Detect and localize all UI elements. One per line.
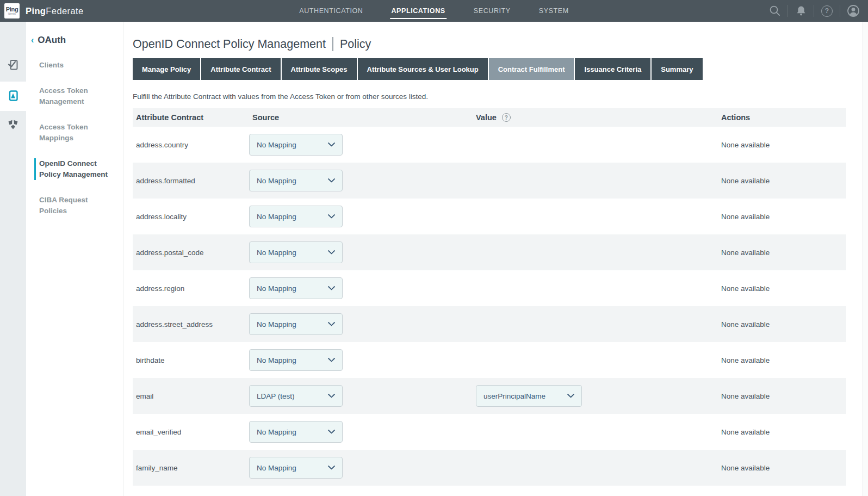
nav-applications[interactable]: APPLICATIONS [391, 0, 445, 22]
tab-attribute-contract[interactable]: Attribute Contract [201, 58, 280, 80]
source-dropdown-value: No Mapping [257, 284, 296, 293]
attribute-name: address.region [133, 284, 249, 293]
tab-manage-policy[interactable]: Manage Policy [133, 58, 200, 80]
page-title: OpenID Connect Policy Management [133, 38, 326, 51]
back-chevron-icon: ‹ [31, 36, 34, 45]
page-description: Fulfill the Attribute Contract with valu… [133, 92, 863, 101]
chevron-down-icon [328, 250, 335, 255]
table-row: emailLDAP (test)userPrincipalNameNone av… [133, 378, 846, 414]
sidebar: ‹ OAuth ClientsAccess Token ManagementAc… [26, 22, 123, 496]
source-dropdown[interactable]: No Mapping [249, 170, 343, 191]
tab-summary[interactable]: Summary [652, 58, 702, 80]
actions-text: None available [721, 356, 846, 364]
page-subtitle: Policy [340, 38, 371, 51]
title-separator [332, 37, 333, 51]
attribute-name: address.locality [133, 213, 249, 221]
ping-logo[interactable]: Ping Identity [4, 3, 20, 18]
search-icon[interactable] [762, 4, 788, 17]
table-row: birthdateNo MappingNone available [133, 342, 846, 378]
table-row: address.postal_codeNo MappingNone availa… [133, 234, 846, 270]
chevron-down-icon [328, 466, 335, 470]
bell-icon-glyph [795, 5, 807, 17]
source-dropdown[interactable]: No Mapping [249, 241, 343, 263]
chevron-down-icon [328, 430, 335, 434]
actions-text: None available [721, 213, 846, 221]
source-dropdown[interactable]: No Mapping [249, 134, 343, 156]
header-icons: ? [762, 0, 866, 22]
value-help-icon[interactable]: ? [502, 113, 511, 122]
sidebar-item-ciba-request-policies[interactable]: CIBA Request Policies [34, 195, 116, 216]
help-icon-glyph: ? [821, 5, 833, 17]
table-body: address.countryNo MappingNone availablea… [133, 127, 846, 486]
source-dropdown[interactable]: LDAP (test) [249, 385, 343, 407]
source-dropdown-value: No Mapping [257, 464, 296, 472]
header-actions: Actions [721, 113, 846, 122]
source-dropdown[interactable]: No Mapping [249, 349, 343, 371]
nav-system[interactable]: SYSTEM [539, 0, 569, 22]
source-dropdown-value: No Mapping [257, 320, 296, 328]
source-dropdown-value: No Mapping [257, 249, 296, 257]
attribute-name: email_verified [133, 428, 249, 436]
oauth-token-icon[interactable] [7, 89, 20, 102]
attribute-name: birthdate [133, 356, 249, 364]
actions-text: None available [721, 464, 846, 472]
source-dropdown-value: No Mapping [257, 428, 296, 436]
sidebar-item-clients[interactable]: Clients [34, 60, 116, 71]
chevron-down-icon [567, 394, 574, 398]
table-row: address.localityNo MappingNone available [133, 199, 846, 234]
actions-text: None available [721, 141, 846, 149]
table-row: address.regionNo MappingNone available [133, 270, 846, 306]
chevron-down-icon [328, 322, 335, 326]
source-dropdown[interactable]: No Mapping [249, 313, 343, 335]
product-name: PingFederate [26, 6, 84, 16]
sidebar-item-access-token-mappings[interactable]: Access Token Mappings [34, 122, 116, 144]
source-dropdown[interactable]: No Mapping [249, 206, 343, 227]
actions-text: None available [721, 392, 846, 400]
ping-logo-subtext: Identity [8, 13, 16, 16]
help-icon[interactable]: ? [814, 5, 840, 17]
attribute-name: address.country [133, 141, 249, 149]
ping-logo-text: Ping [6, 7, 18, 13]
table-row: address.formattedNo MappingNone availabl… [133, 163, 846, 199]
nav-security[interactable]: SECURITY [474, 0, 511, 22]
notifications-bell-icon[interactable] [788, 5, 814, 17]
tab-issuance-criteria[interactable]: Issuance Criteria [575, 58, 650, 80]
source-dropdown-value: No Mapping [257, 141, 296, 149]
product-name-suffix: Federate [46, 6, 83, 16]
account-avatar-icon[interactable] [840, 4, 866, 17]
tab-attribute-sources-user-lookup[interactable]: Attribute Sources & User Lookup [358, 58, 488, 80]
header-value-label: Value [476, 113, 497, 122]
source-dropdown-value: No Mapping [257, 213, 296, 221]
sidebar-item-openid-connect-policy-management[interactable]: OpenID Connect Policy Management [34, 158, 116, 180]
actions-text: None available [721, 177, 846, 185]
source-dropdown[interactable]: No Mapping [249, 277, 343, 299]
chevron-down-icon [328, 286, 335, 290]
sidebar-item-access-token-management[interactable]: Access Token Management [34, 85, 116, 107]
sp-connections-icon[interactable] [7, 118, 20, 131]
fulfillment-table: Attribute Contract Source Value ? Action… [133, 108, 846, 486]
source-dropdown[interactable]: No Mapping [249, 421, 343, 443]
tab-attribute-scopes[interactable]: Attribute Scopes [282, 58, 357, 80]
nav-authentication[interactable]: AUTHENTICATION [299, 0, 363, 22]
avatar-icon-glyph [847, 4, 860, 17]
sidebar-section-title: OAuth [38, 35, 66, 46]
approved-app-icon[interactable] [7, 58, 20, 71]
actions-text: None available [721, 320, 846, 328]
attribute-name: address.postal_code [133, 249, 249, 257]
sidebar-back-oauth[interactable]: ‹ OAuth [31, 35, 123, 46]
chevron-down-icon [328, 178, 335, 183]
vertical-scrollbar[interactable] [863, 22, 868, 496]
page-title-row: OpenID Connect Policy Management Policy [133, 37, 863, 51]
tab-contract-fulfillment[interactable]: Contract Fulfillment [489, 58, 574, 80]
chevron-down-icon [328, 358, 335, 362]
table-row: address.countryNo MappingNone available [133, 127, 846, 163]
attribute-name: email [133, 392, 249, 400]
header-value: Value ? [476, 113, 721, 122]
actions-text: None available [721, 284, 846, 293]
attribute-name: address.formatted [133, 177, 249, 185]
chevron-down-icon [328, 394, 335, 398]
value-dropdown[interactable]: userPrincipalName [476, 385, 582, 407]
source-dropdown-value: LDAP (test) [257, 392, 295, 400]
source-dropdown[interactable]: No Mapping [249, 457, 343, 479]
attribute-name: family_name [133, 464, 249, 472]
